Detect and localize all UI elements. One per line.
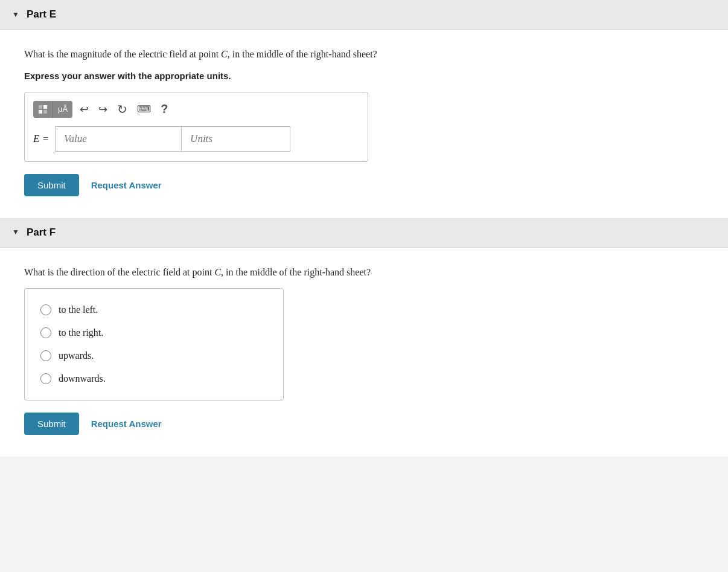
part-f-request-answer-link[interactable]: Request Answer [91, 419, 162, 429]
svg-rect-2 [39, 110, 42, 114]
part-e-body: What is the magnitude of the electric fi… [0, 30, 728, 218]
part-e-question: What is the magnitude of the electric fi… [24, 47, 704, 62]
toolbar-symbol-button[interactable]: μÅ [53, 101, 72, 118]
part-e-toolbar: μÅ ↩ ↪ ↻ ⌨ ? [33, 101, 359, 118]
units-input[interactable] [182, 126, 290, 152]
option-left-label: to the left. [59, 304, 98, 315]
option-right-label: to the right. [59, 327, 103, 338]
radio-left[interactable] [40, 304, 51, 315]
part-e-answer-box: μÅ ↩ ↪ ↻ ⌨ ? E = [24, 92, 368, 162]
toolbar-undo-button[interactable]: ↩ [77, 101, 91, 117]
option-downwards[interactable]: downwards. [37, 367, 271, 390]
radio-upwards[interactable] [40, 350, 51, 361]
point-c-label: C [221, 49, 228, 59]
part-f-submit-button[interactable]: Submit [24, 413, 79, 435]
radio-downwards[interactable] [40, 373, 51, 384]
part-e-instruction: Express your answer with the appropriate… [24, 71, 704, 81]
part-f-body: What is the direction of the electric fi… [0, 248, 728, 457]
part-f-collapse-arrow[interactable]: ▼ [12, 228, 19, 237]
toolbar-keyboard-button[interactable]: ⌨ [135, 102, 153, 116]
option-right[interactable]: to the right. [37, 321, 271, 344]
toolbar-grid-button[interactable] [33, 101, 53, 118]
part-e-header: ▼ Part E [0, 0, 728, 30]
equation-label: E = [33, 133, 49, 145]
option-upwards[interactable]: upwards. [37, 344, 271, 367]
part-e-action-row: Submit Request Answer [24, 174, 704, 196]
point-c-f-label: C [214, 267, 221, 277]
part-e-request-answer-link[interactable]: Request Answer [91, 180, 162, 190]
part-e-section: ▼ Part E What is the magnitude of the el… [0, 0, 728, 218]
radio-right[interactable] [40, 327, 51, 338]
svg-rect-3 [43, 110, 47, 114]
option-downwards-label: downwards. [59, 373, 106, 384]
toolbar-reload-button[interactable]: ↻ [115, 101, 130, 118]
svg-rect-1 [43, 105, 47, 109]
option-left[interactable]: to the left. [37, 298, 271, 321]
option-upwards-label: upwards. [59, 350, 94, 361]
part-e-input-row: E = [33, 126, 359, 152]
toolbar-help-button[interactable]: ? [158, 101, 170, 117]
part-f-question: What is the direction of the electric fi… [24, 265, 704, 280]
svg-rect-0 [39, 105, 42, 109]
part-f-header: ▼ Part F [0, 218, 728, 248]
part-e-title: Part E [27, 8, 56, 21]
part-f-section: ▼ Part F What is the direction of the el… [0, 218, 728, 457]
part-f-action-row: Submit Request Answer [24, 413, 704, 435]
part-e-collapse-arrow[interactable]: ▼ [12, 10, 19, 19]
value-input[interactable] [55, 126, 182, 152]
part-f-title: Part F [27, 227, 56, 239]
toolbar-format-group: μÅ [33, 101, 72, 118]
part-f-radio-box: to the left. to the right. upwards. down… [24, 288, 284, 400]
toolbar-redo-button[interactable]: ↪ [96, 101, 110, 117]
part-e-submit-button[interactable]: Submit [24, 174, 79, 196]
